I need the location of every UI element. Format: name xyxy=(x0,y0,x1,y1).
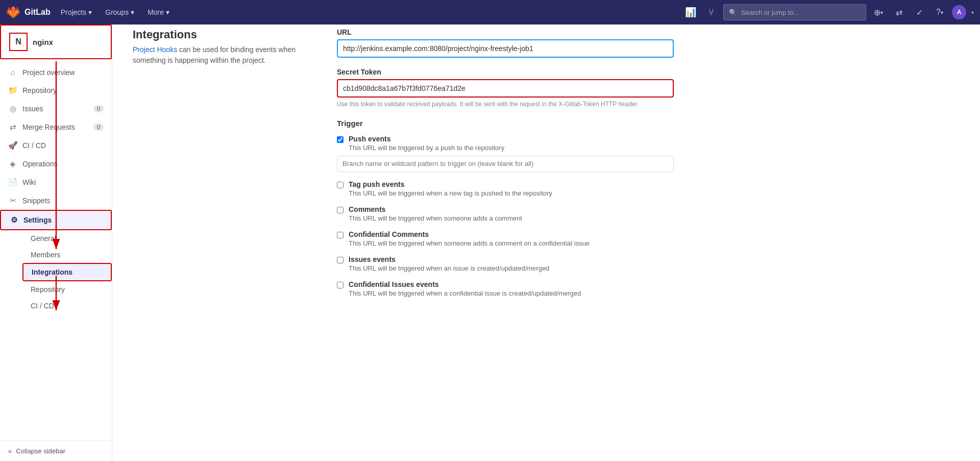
chevron-down-icon: ▾ xyxy=(131,8,134,16)
trigger-confidential-issues: Confidential Issues events This URL will… xyxy=(337,280,674,297)
secret-token-label: Secret Token xyxy=(337,68,674,76)
book-icon: 📁 xyxy=(8,86,17,95)
trigger-push-events: Push events This URL will be triggered b… xyxy=(337,135,674,172)
chevron-down-icon: ▾ xyxy=(941,10,943,15)
secret-hint: Use this token to validate received payl… xyxy=(337,100,674,109)
ops-icon: ◈ xyxy=(8,159,17,168)
comments-desc: This URL will be triggered when someone … xyxy=(349,214,522,222)
sidebar-item-integrations[interactable]: Integrations xyxy=(22,263,112,281)
issues-events-checkbox[interactable] xyxy=(337,257,344,263)
push-events-label: Push events xyxy=(349,135,504,143)
confidential-issues-label: Confidential Issues events xyxy=(349,280,581,288)
project-hooks-link[interactable]: Project Hooks xyxy=(133,45,177,54)
chevron-down-icon: ▾ xyxy=(971,10,974,15)
help-icon[interactable]: ? ▾ xyxy=(932,4,948,20)
wiki-icon: 📄 xyxy=(8,178,17,187)
merge-request-icon[interactable]: ⇄ xyxy=(891,4,907,20)
chevron-down-icon: ▾ xyxy=(166,8,169,16)
issues-badge: 0 xyxy=(93,105,104,112)
user-avatar[interactable]: A xyxy=(952,5,966,19)
sidebar-item-project-overview[interactable]: ⌂ Project overview xyxy=(0,63,112,81)
confidential-comments-checkbox[interactable] xyxy=(337,232,344,238)
gitlab-logo-icon xyxy=(6,5,20,19)
home-icon: ⌂ xyxy=(8,68,17,77)
sidebar-item-settings[interactable]: ⚙ Settings xyxy=(0,210,112,230)
push-events-checkbox[interactable] xyxy=(337,136,344,143)
tag-push-checkbox[interactable] xyxy=(337,182,344,188)
topnav-groups[interactable]: Groups ▾ xyxy=(99,0,140,25)
sidebar-item-wiki[interactable]: 📄 Wiki xyxy=(0,173,112,191)
tag-push-desc: This URL will be triggered when a new ta… xyxy=(349,189,552,197)
sidebar-item-general[interactable]: General xyxy=(22,230,112,247)
url-form-group: URL xyxy=(337,28,674,58)
top-navigation: GitLab Projects ▾ Groups ▾ More ▾ 📊 ⑂ 🔍 … xyxy=(0,0,980,25)
confidential-comments-label: Confidential Comments xyxy=(349,230,590,238)
secret-token-form-group: Secret Token Use this token to validate … xyxy=(337,68,674,109)
sidebar-settings-submenu: General Members Integrations Repository … xyxy=(0,230,112,314)
sidebar-item-repository-settings[interactable]: Repository xyxy=(22,281,112,298)
secret-token-input[interactable] xyxy=(337,79,674,98)
search-icon: 🔍 xyxy=(729,9,737,16)
activity-chart-icon[interactable]: 📊 xyxy=(682,4,699,20)
sidebar-item-cicd[interactable]: 🚀 CI / CD xyxy=(0,136,112,155)
issue-icon: ◎ xyxy=(8,104,17,113)
topnav-more[interactable]: More ▾ xyxy=(141,0,176,25)
page-description: Project Hooks can be used for binding ev… xyxy=(133,44,306,66)
sidebar-navigation: ⌂ Project overview 📁 Repository ◎ Issues… xyxy=(0,59,112,318)
url-input[interactable] xyxy=(337,39,674,58)
project-name: nginx xyxy=(33,38,53,46)
sidebar-item-operations[interactable]: ◈ Operations xyxy=(0,155,112,173)
rocket-icon: 🚀 xyxy=(8,141,17,150)
sidebar-item-issues[interactable]: ◎ Issues 0 xyxy=(0,100,112,118)
trigger-title: Trigger xyxy=(337,119,674,128)
sidebar-item-cicd-settings[interactable]: CI / CD xyxy=(22,298,112,314)
trigger-confidential-comments: Confidential Comments This URL will be t… xyxy=(337,230,674,247)
snippet-icon: ✂ xyxy=(8,196,17,205)
trigger-issues-events: Issues events This URL will be triggered… xyxy=(337,255,674,272)
content-area: Integrations Project Hooks can be used f… xyxy=(133,28,960,307)
main-content: Administrator › nginx › Integrations Set… xyxy=(112,0,980,318)
topnav-projects[interactable]: Projects ▾ xyxy=(55,0,99,25)
sidebar: N nginx ⌂ Project overview 📁 Repository … xyxy=(0,25,112,318)
gear-icon: ⚙ xyxy=(9,215,18,225)
comments-label: Comments xyxy=(349,205,522,213)
url-label: URL xyxy=(337,28,674,36)
confidential-comments-desc: This URL will be triggered when someone … xyxy=(349,239,590,247)
page-title: Integrations xyxy=(133,28,306,41)
merge-icon: ⇄ xyxy=(8,123,17,132)
sidebar-item-merge-requests[interactable]: ⇄ Merge Requests 0 xyxy=(0,118,112,136)
push-events-desc: This URL will be triggered by a push to … xyxy=(349,144,504,152)
fork-icon[interactable]: ⑂ xyxy=(703,4,719,20)
push-branch-input[interactable] xyxy=(337,156,674,172)
issues-events-desc: This URL will be triggered when an issue… xyxy=(349,264,549,272)
topnav-links: Projects ▾ Groups ▾ More ▾ xyxy=(55,0,176,25)
trigger-push-row: Push events This URL will be triggered b… xyxy=(337,135,674,152)
global-search[interactable]: 🔍 Search or jump to... xyxy=(723,4,866,20)
project-icon: N xyxy=(9,33,28,51)
chevron-down-icon: ▾ xyxy=(880,10,883,15)
confidential-issues-checkbox[interactable] xyxy=(337,282,344,288)
trigger-comments: Comments This URL will be triggered when… xyxy=(337,205,674,222)
chevron-down-icon: ▾ xyxy=(88,8,92,16)
plus-icon[interactable]: ⊕ ▾ xyxy=(870,4,887,20)
confidential-issues-desc: This URL will be triggered when a confid… xyxy=(349,289,581,297)
gitlab-logo[interactable]: GitLab xyxy=(6,5,51,19)
gitlab-wordmark: GitLab xyxy=(24,8,51,17)
mr-badge: 0 xyxy=(93,124,104,131)
comments-checkbox[interactable] xyxy=(337,207,344,213)
tag-push-label: Tag push events xyxy=(349,180,552,188)
trigger-tag-push: Tag push events This URL will be trigger… xyxy=(337,180,674,197)
issues-events-label: Issues events xyxy=(349,255,549,263)
trigger-section: Trigger Push events This URL will be tri… xyxy=(337,119,674,297)
content-left: Integrations Project Hooks can be used f… xyxy=(133,28,306,307)
project-header[interactable]: N nginx xyxy=(0,25,112,59)
todo-icon[interactable]: ✓ xyxy=(911,4,927,20)
sidebar-item-snippets[interactable]: ✂ Snippets xyxy=(0,191,112,210)
sidebar-item-members[interactable]: Members xyxy=(22,247,112,263)
sidebar-item-repository[interactable]: 📁 Repository xyxy=(0,81,112,100)
form-area: URL Secret Token Use this token to valid… xyxy=(337,28,674,307)
